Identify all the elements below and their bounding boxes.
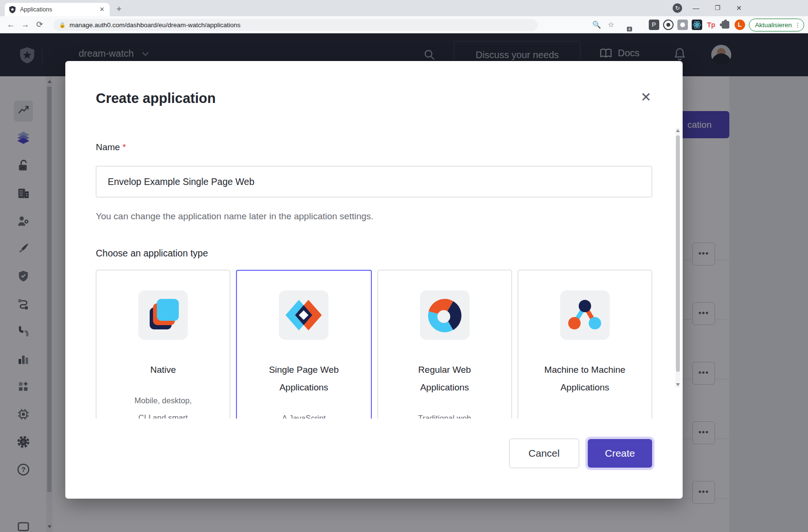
choose-type-label: Choose an application type <box>96 248 208 259</box>
native-stack-icon <box>138 290 188 340</box>
browser-tab-strip: Applications ✕ + ↻ — ❐ ✕ <box>0 0 808 16</box>
profile-avatar-icon[interactable]: L <box>735 20 745 30</box>
auth0-favicon <box>9 6 16 13</box>
ublock-badge: 4 <box>627 27 632 31</box>
camera-extension-icon[interactable] <box>677 20 688 30</box>
refresh-button-label: Aktualisieren <box>755 21 792 29</box>
card-single-page-web[interactable]: Single Page Web Applications A JavaScrip… <box>236 270 371 419</box>
card-machine-to-machine[interactable]: Machine to Machine Applications <box>518 270 652 419</box>
screencapture-target-icon[interactable] <box>663 20 674 30</box>
url-bar[interactable]: 🔒 manage.auth0.com/dashboard/eu/dream-wa… <box>53 19 538 31</box>
card-description: Mobile, desktop,CLI and smart <box>96 392 230 419</box>
card-description: A JavaScript <box>237 409 370 419</box>
p-extension-icon[interactable]: P <box>649 20 659 30</box>
create-application-modal: Create application ✕ Name * You can chan… <box>65 61 683 499</box>
cancel-button[interactable]: Cancel <box>509 439 579 468</box>
https-lock-icon: 🔒 <box>59 22 66 28</box>
forward-button[interactable]: → <box>18 20 32 30</box>
card-title: Machine to Machine Applications <box>541 361 629 396</box>
application-name-input[interactable] <box>96 166 652 197</box>
ublock-extension-icon[interactable]: 4 <box>620 20 631 30</box>
back-button[interactable]: ← <box>4 20 18 30</box>
browser-tab[interactable]: Applications ✕ <box>5 3 110 16</box>
window-close-button[interactable]: ✕ <box>733 2 745 14</box>
name-label: Name * <box>96 142 126 153</box>
m2m-nodes-icon <box>560 290 610 340</box>
page-viewport: dream-watch Discuss your needs Docs <box>0 33 808 532</box>
react-devtools-icon[interactable] <box>692 20 702 30</box>
zoom-icon[interactable]: 🔍 <box>592 20 602 29</box>
create-button[interactable]: Create <box>588 439 652 468</box>
application-type-cards: Native Mobile, desktop,CLI and smart Sin… <box>96 270 652 419</box>
bitwarden-extension-icon[interactable] <box>634 20 645 30</box>
required-asterisk: * <box>123 142 126 152</box>
card-title: Regular Web Applications <box>400 361 489 396</box>
spa-diamonds-icon <box>279 290 328 340</box>
reload-button[interactable]: ⟳ <box>32 20 47 30</box>
tab-title: Applications <box>20 6 94 13</box>
scroll-up-arrow[interactable] <box>676 129 680 132</box>
url-text: manage.auth0.com/dashboard/eu/dream-watc… <box>70 21 241 29</box>
modal-title: Create application <box>96 91 215 106</box>
card-title: Native <box>119 361 207 379</box>
refresh-page-button[interactable]: Aktualisieren ⋮ <box>749 19 804 31</box>
close-icon[interactable]: ✕ <box>636 88 656 108</box>
card-title: Single Page Web Applications <box>260 361 348 396</box>
scrollbar-thumb[interactable] <box>676 135 680 372</box>
browser-update-icon[interactable]: ↻ <box>673 3 682 13</box>
scroll-down-arrow[interactable] <box>676 383 680 386</box>
toolbar-right-cluster: 🔍 ☆ 4 P Tp L Aktualisieren ⋮ <box>592 17 804 32</box>
kebab-menu-icon: ⋮ <box>795 21 801 29</box>
new-tab-button[interactable]: + <box>116 4 122 14</box>
card-native[interactable]: Native Mobile, desktop,CLI and smart <box>96 270 230 419</box>
extensions-puzzle-icon[interactable] <box>720 20 731 30</box>
modal-scrollbar[interactable] <box>675 128 680 388</box>
modal-scroll-area: Name * You can change the application na… <box>65 123 683 419</box>
bookmark-star-icon[interactable]: ☆ <box>606 20 616 29</box>
tampermonkey-tp-icon[interactable]: Tp <box>706 20 716 30</box>
window-maximize-button[interactable]: ❐ <box>711 2 724 14</box>
window-minimize-button[interactable]: — <box>690 2 702 14</box>
card-regular-web[interactable]: Regular Web Applications Traditional web <box>378 270 512 419</box>
name-help-text: You can change the application name late… <box>96 211 373 222</box>
card-description: Traditional web <box>378 409 511 419</box>
modal-footer: Cancel Create <box>65 439 683 468</box>
regular-web-donut-icon <box>420 290 470 340</box>
tab-close-icon[interactable]: ✕ <box>98 6 106 13</box>
